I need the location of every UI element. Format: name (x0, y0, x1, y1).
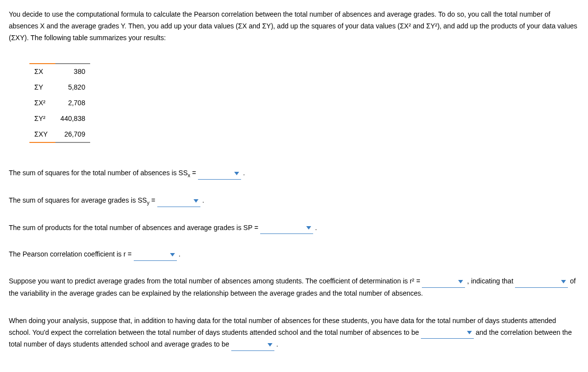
period: . (202, 196, 204, 204)
r2-dropdown[interactable] (422, 276, 465, 288)
analysis-p1: When doing your analysis, suppose that, … (9, 317, 556, 336)
ssx-dropdown[interactable] (198, 167, 241, 180)
sp-dropdown[interactable] (260, 222, 313, 234)
period: . (276, 340, 278, 348)
ssy-dropdown[interactable] (157, 195, 200, 207)
predict-paragraph: Suppose you want to predict average grad… (9, 276, 579, 300)
chevron-down-icon (467, 331, 472, 334)
chevron-down-icon (194, 199, 198, 203)
statement-r: The Pearson correlation coefficient is r… (9, 249, 579, 261)
chevron-down-icon (268, 343, 272, 347)
table-label: ΣXY (29, 127, 55, 143)
corr2-dropdown[interactable] (231, 339, 274, 351)
sp-text: The sum of products for the total number… (9, 224, 258, 232)
table-value: 5,820 (55, 80, 90, 95)
table-label: ΣX (29, 64, 55, 80)
chevron-down-icon (234, 172, 239, 175)
ssy-text: The sum of squares for average grades is… (9, 196, 147, 204)
table-row: ΣY² 440,838 (29, 111, 90, 127)
statement-ssy: The sum of squares for average grades is… (9, 195, 579, 208)
chevron-down-icon (170, 253, 175, 256)
table-row: ΣX² 2,708 (29, 95, 90, 111)
table-value: 440,838 (55, 111, 90, 127)
predict-p1: Suppose you want to predict average grad… (9, 277, 420, 285)
table-label: ΣY² (29, 111, 55, 127)
table-value: 380 (55, 64, 90, 80)
r-dropdown[interactable] (134, 249, 177, 261)
intro-paragraph: You decide to use the computational form… (9, 9, 579, 44)
table-value: 2,708 (55, 95, 90, 111)
predict-p2: , indicating that (467, 277, 513, 285)
eq: = (190, 169, 196, 177)
corr1-dropdown[interactable] (421, 327, 474, 339)
analysis-paragraph: When doing your analysis, suppose that, … (9, 315, 579, 351)
period: . (178, 250, 180, 258)
chevron-down-icon (458, 280, 463, 283)
eq: = (149, 196, 155, 204)
table-value: 26,709 (55, 127, 90, 143)
period: . (243, 169, 245, 177)
chevron-down-icon (561, 280, 566, 283)
chevron-down-icon (306, 226, 311, 230)
statement-sp: The sum of products for the total number… (9, 222, 579, 234)
summary-table: ΣX 380 ΣY 5,820 ΣX² 2,708 ΣY² 440,838 ΣX… (29, 63, 90, 143)
ssx-text: The sum of squares for the total number … (9, 169, 188, 177)
table-label: ΣX² (29, 95, 55, 111)
indicating-dropdown[interactable] (515, 276, 568, 288)
period: . (315, 224, 317, 232)
table-label: ΣY (29, 80, 55, 95)
table-row: ΣY 5,820 (29, 80, 90, 95)
table-row: ΣXY 26,709 (29, 127, 90, 143)
table-row: ΣX 380 (29, 64, 90, 80)
r-text: The Pearson correlation coefficient is r… (9, 250, 132, 258)
statement-ssx: The sum of squares for the total number … (9, 167, 579, 180)
